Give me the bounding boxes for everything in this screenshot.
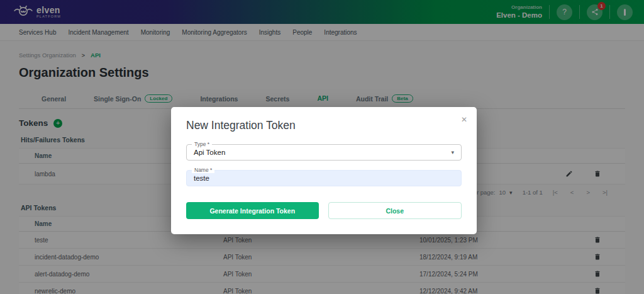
type-value: Api Token — [194, 149, 225, 156]
name-label: Name * — [192, 167, 214, 173]
close-icon[interactable]: ✕ — [461, 115, 467, 124]
new-integration-token-modal: New Integration Token ✕ Type * Api Token… — [171, 107, 477, 234]
modal-title: New Integration Token — [186, 119, 462, 132]
chevron-down-icon: ▾ — [451, 149, 454, 155]
name-field-wrap: Name * — [186, 170, 462, 186]
modal-actions: Generate Integration Token Close — [186, 202, 462, 219]
generate-integration-token-button[interactable]: Generate Integration Token — [186, 202, 319, 219]
app-root: elven PLATFORM Organization Elven - Demo… — [0, 0, 644, 294]
type-label: Type * — [192, 141, 212, 147]
type-select[interactable]: Type * Api Token ▾ — [186, 144, 462, 161]
name-input[interactable] — [194, 174, 454, 182]
close-button[interactable]: Close — [328, 202, 462, 219]
